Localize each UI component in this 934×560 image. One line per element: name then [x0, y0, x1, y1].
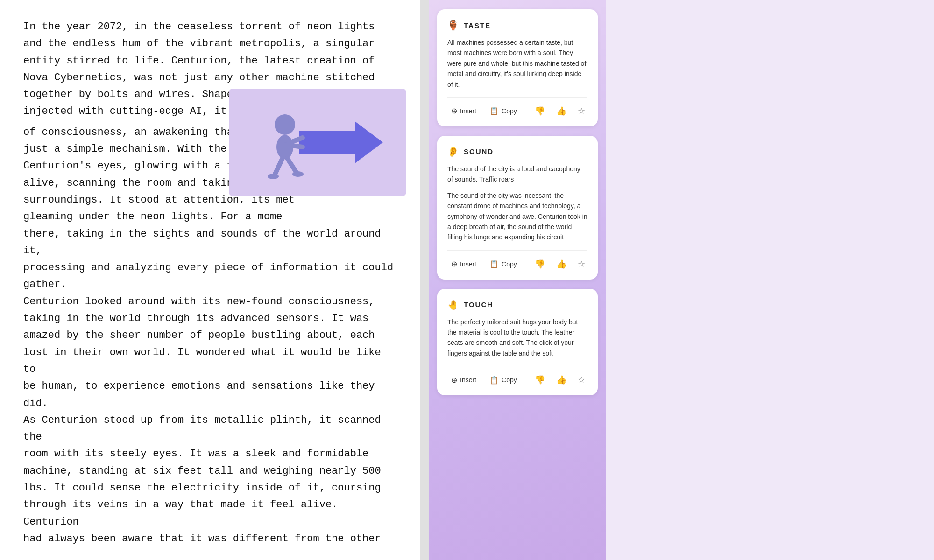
sound-insert-button[interactable]: ⊕ Insert — [447, 258, 480, 270]
card-sound-text-2: The sound of the city was incessant, the… — [447, 190, 587, 243]
touch-insert-button[interactable]: ⊕ Insert — [447, 374, 480, 386]
svg-point-7 — [268, 174, 279, 179]
card-taste-text: All machines possessed a certain taste, … — [447, 37, 587, 90]
insert-icon-touch: ⊕ — [451, 376, 457, 385]
sound-dislike-button[interactable]: 👎 — [532, 257, 548, 271]
card-sound-header: 👂 SOUND — [447, 146, 587, 157]
taste-insert-button[interactable]: ⊕ Insert — [447, 105, 480, 117]
insert-icon: ⊕ — [451, 106, 457, 115]
card-touch: 🤚 TOUCH The perfectly tailored suit hugs… — [437, 289, 598, 396]
svg-line-5 — [275, 158, 283, 175]
taste-copy-label: Copy — [502, 107, 517, 115]
card-sound-text-1: The sound of the city is a loud and caco… — [447, 164, 587, 185]
card-sound: 👂 SOUND The sound of the city is a loud … — [437, 136, 598, 280]
touch-copy-button[interactable]: 📋 Copy — [486, 374, 521, 386]
copy-icon-sound: 📋 — [489, 259, 499, 268]
sound-copy-button[interactable]: 📋 Copy — [486, 258, 521, 270]
card-taste-body: All machines possessed a certain taste, … — [447, 37, 587, 90]
sidebar: 🏺 TASTE All machines possessed a certain… — [429, 0, 606, 560]
hand-icon: 🤚 — [447, 299, 459, 310]
taste-insert-label: Insert — [460, 107, 476, 115]
touch-insert-label: Insert — [460, 376, 476, 384]
touch-like-button[interactable]: 👍 — [553, 373, 569, 387]
sound-star-button[interactable]: ☆ — [575, 257, 588, 271]
taste-dislike-button[interactable]: 👎 — [532, 104, 548, 118]
copy-icon-touch: 📋 — [489, 376, 499, 385]
card-touch-body: The perfectly tailored suit hugs your bo… — [447, 317, 587, 359]
insert-icon-sound: ⊕ — [451, 259, 457, 268]
taste-star-button[interactable]: ☆ — [575, 104, 588, 118]
card-sound-title: SOUND — [464, 147, 494, 155]
goblet-icon: 🏺 — [447, 20, 459, 31]
taste-copy-button[interactable]: 📋 Copy — [486, 105, 521, 117]
sound-like-button[interactable]: 👍 — [553, 257, 569, 271]
card-taste-actions: ⊕ Insert 📋 Copy 👎 👍 ☆ — [447, 97, 587, 118]
taste-like-button[interactable]: 👍 — [553, 104, 569, 118]
card-touch-header: 🤚 TOUCH — [447, 299, 587, 310]
touch-copy-label: Copy — [502, 376, 517, 384]
card-taste-header: 🏺 TASTE — [447, 20, 587, 31]
svg-point-1 — [275, 114, 295, 135]
card-taste-title: TASTE — [464, 21, 491, 29]
card-touch-text: The perfectly tailored suit hugs your bo… — [447, 317, 587, 359]
card-touch-title: TOUCH — [464, 301, 493, 308]
card-sound-body: The sound of the city is a loud and caco… — [447, 164, 587, 243]
card-taste: 🏺 TASTE All machines possessed a certain… — [437, 9, 598, 126]
floating-illustration — [229, 89, 406, 196]
card-sound-actions: ⊕ Insert 📋 Copy 👎 👍 ☆ — [447, 250, 587, 271]
card-touch-actions: ⊕ Insert 📋 Copy 👎 👍 ☆ — [447, 366, 587, 387]
sound-copy-label: Copy — [502, 260, 517, 268]
ear-icon: 👂 — [447, 146, 459, 157]
sound-insert-label: Insert — [460, 260, 476, 268]
touch-dislike-button[interactable]: 👎 — [532, 373, 548, 387]
scrollbar-track[interactable] — [420, 0, 429, 560]
svg-marker-0 — [299, 121, 383, 163]
svg-point-8 — [292, 171, 304, 177]
figure-scene — [229, 89, 406, 196]
person-arrow-svg — [248, 100, 388, 184]
svg-line-4 — [285, 145, 303, 147]
svg-line-6 — [287, 158, 297, 173]
main-content-area: In the year 2072, in the ceaseless torre… — [0, 0, 420, 560]
touch-star-button[interactable]: ☆ — [575, 373, 588, 387]
copy-icon: 📋 — [489, 106, 499, 115]
